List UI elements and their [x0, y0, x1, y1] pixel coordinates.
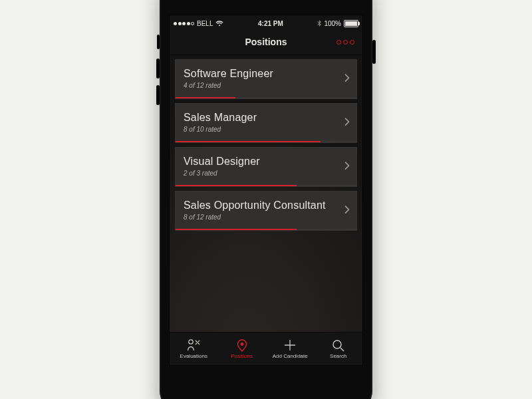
tab-label: Positions — [231, 353, 253, 359]
volume-down-button — [156, 85, 160, 105]
clock: 4:21 PM — [258, 20, 283, 27]
progress-fill — [176, 229, 297, 230]
tab-search[interactable]: Search — [315, 332, 363, 365]
tab-positions[interactable]: Positions — [218, 332, 267, 365]
status-bar: BELL 4:21 PM 100% — [170, 15, 362, 29]
chevron-right-icon — [344, 116, 350, 128]
progress-fill — [176, 141, 321, 142]
stage: BELL 4:21 PM 100% Positions — [0, 0, 532, 399]
nav-header: Positions — [170, 29, 362, 55]
chevron-right-icon — [344, 72, 350, 84]
progress-bar — [176, 141, 356, 142]
evaluations-icon — [186, 338, 201, 352]
more-button[interactable] — [336, 29, 354, 55]
status-right: 100% — [317, 20, 358, 27]
tab-label: Search — [330, 353, 346, 359]
position-title: Sales Opportunity Consultant — [184, 200, 335, 211]
chevron-right-icon — [344, 204, 350, 216]
wifi-icon — [215, 21, 223, 27]
tab-label: Add Candidate — [273, 353, 308, 359]
position-subtitle: 2 of 3 rated — [184, 170, 335, 177]
positions-icon — [235, 338, 249, 352]
svg-point-1 — [240, 342, 243, 346]
position-title: Visual Designer — [184, 156, 335, 168]
position-row[interactable]: Visual Designer 2 of 3 rated — [175, 147, 357, 187]
carrier-label: BELL — [197, 20, 213, 27]
position-subtitle: 4 of 12 rated — [184, 82, 335, 89]
signal-strength-icon — [174, 22, 194, 25]
tab-evaluations[interactable]: Evaluations — [170, 332, 218, 365]
progress-bar — [176, 229, 356, 230]
positions-list: Software Engineer 4 of 12 rated Sales Ma… — [170, 55, 362, 231]
search-icon — [331, 338, 346, 352]
progress-fill — [176, 185, 297, 186]
status-left: BELL — [174, 20, 223, 27]
phone-screen: BELL 4:21 PM 100% Positions — [169, 15, 363, 366]
bluetooth-icon — [317, 20, 321, 27]
progress-fill — [176, 97, 235, 98]
tab-add-candidate[interactable]: Add Candidate — [266, 332, 315, 365]
chevron-right-icon — [344, 160, 350, 172]
position-title: Sales Manager — [184, 112, 335, 124]
plus-icon — [283, 338, 297, 352]
position-row[interactable]: Sales Opportunity Consultant 8 of 12 rat… — [175, 191, 357, 231]
mute-switch — [157, 35, 160, 49]
svg-point-2 — [333, 340, 341, 348]
battery-icon — [344, 20, 358, 27]
position-row[interactable]: Sales Manager 8 of 10 rated — [175, 103, 357, 143]
tab-label: Evaluations — [180, 353, 207, 359]
position-subtitle: 8 of 12 rated — [184, 213, 335, 221]
phone-frame: BELL 4:21 PM 100% Positions — [160, 0, 372, 399]
battery-pct: 100% — [324, 20, 341, 27]
tab-bar: Evaluations Positions — [170, 332, 362, 365]
svg-point-0 — [189, 340, 193, 344]
power-button — [372, 40, 376, 64]
page-title: Positions — [245, 37, 287, 47]
position-title: Software Engineer — [184, 68, 335, 80]
position-row[interactable]: Software Engineer 4 of 12 rated — [175, 59, 357, 99]
progress-bar — [176, 185, 356, 186]
position-subtitle: 8 of 10 rated — [184, 126, 335, 133]
volume-up-button — [156, 59, 160, 78]
progress-bar — [176, 97, 356, 98]
